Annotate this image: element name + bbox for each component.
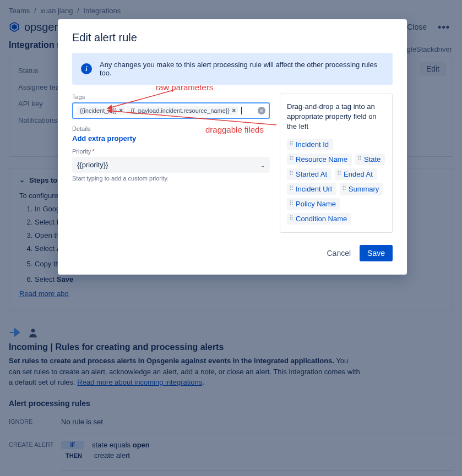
draggable-tag[interactable]: ⠿Started At: [287, 168, 331, 180]
cancel-button[interactable]: Cancel: [320, 245, 357, 261]
draggable-tag[interactable]: ⠿Ended At: [335, 168, 377, 180]
grip-icon: ⠿: [289, 143, 293, 146]
tag-chip[interactable]: {{_payload.incident.resource_name}} ×: [127, 106, 238, 115]
chevron-down-icon: ⌄: [260, 162, 265, 168]
draggable-panel: Drag-and-drop a tag into an appropriate …: [280, 94, 393, 233]
draggable-tag[interactable]: ⠿Condition Name: [287, 213, 351, 225]
add-extra-property-link[interactable]: Add extra property: [72, 134, 270, 143]
grip-icon: ⠿: [289, 172, 293, 176]
info-icon: i: [81, 63, 92, 74]
priority-select[interactable]: {{priority}} ⌄: [72, 157, 270, 173]
grip-icon: ⠿: [289, 202, 293, 205]
details-label: Details: [72, 125, 270, 132]
tag-chip[interactable]: {{incident_id}} ×: [77, 106, 125, 115]
grip-icon: ⠿: [289, 187, 293, 190]
modal-title: Edit alert rule: [72, 31, 393, 44]
draggable-tag[interactable]: ⠿Incident Id: [287, 139, 333, 150]
draggable-tag[interactable]: ⠿Policy Name: [287, 198, 340, 210]
grip-icon: ⠿: [289, 217, 293, 220]
draggable-tag[interactable]: ⠿Incident Url: [287, 183, 336, 195]
grip-icon: ⠿: [289, 157, 293, 161]
grip-icon: ⠿: [342, 187, 346, 190]
remove-tag-icon[interactable]: ×: [232, 107, 236, 114]
tags-input[interactable]: {{incident_id}} × {{_payload.incident.re…: [72, 102, 270, 119]
tags-label: Tags: [72, 94, 270, 100]
edit-alert-rule-modal: Edit alert rule i Any changes you make t…: [58, 19, 407, 275]
draggable-tag[interactable]: ⠿State: [355, 154, 385, 165]
save-button[interactable]: Save: [360, 245, 393, 261]
draggable-tag[interactable]: ⠿Resource Name: [287, 154, 352, 165]
text-caret: [241, 107, 242, 114]
remove-tag-icon[interactable]: ×: [119, 107, 123, 114]
grip-icon: ⠿: [337, 172, 341, 176]
draggable-hint: Drag-and-drop a tag into an appropriate …: [287, 102, 385, 132]
draggable-tag[interactable]: ⠿Summary: [340, 183, 384, 195]
info-banner: i Any changes you make to this alert pro…: [72, 53, 393, 85]
grip-icon: ⠿: [357, 157, 362, 161]
clear-all-icon[interactable]: ×: [258, 107, 265, 114]
priority-hint: Start typing to add a custom priority.: [72, 175, 270, 182]
priority-label: Priority*: [72, 148, 270, 155]
